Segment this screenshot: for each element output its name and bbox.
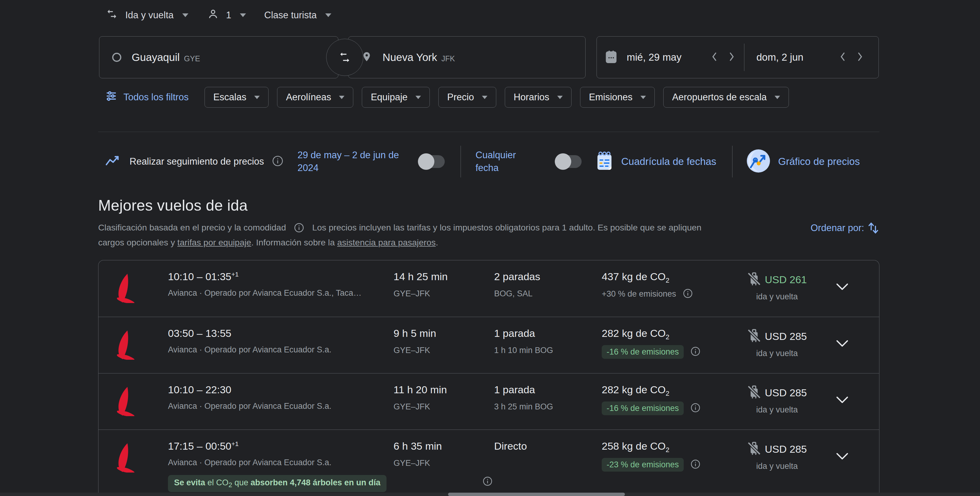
co2-amount: 437 kg de CO2 (602, 271, 670, 285)
emissions-info: -16 % de emisiones (602, 345, 700, 359)
sort-by-button[interactable]: Ordenar por: (811, 221, 880, 235)
no-baggage-icon (747, 328, 761, 345)
date-grid-button[interactable]: Cuadrícula de fechas (621, 156, 716, 167)
flight-result-row[interactable]: 10:10 – 22:30 Avianca · Operado por Avia… (99, 373, 879, 429)
co2-subscript: 2 (666, 389, 670, 397)
expand-flight-button[interactable] (836, 340, 849, 349)
emissions-change: -16 % de emisiones (602, 345, 684, 359)
airline-info: Avianca · Operado por Avianca Ecuador S.… (168, 458, 331, 467)
price-graph-icon (746, 149, 770, 174)
filter-chip-label: Equipaje (371, 92, 407, 103)
origin-code: GYE (184, 52, 200, 63)
stops-detail: 3 h 25 min BOG (494, 402, 553, 412)
swap-locations-button[interactable] (326, 39, 363, 76)
flight-duration: 9 h 5 min (393, 327, 436, 339)
depart-date-prev-button[interactable] (711, 51, 718, 63)
price-trip-type: ida y vuelta (756, 461, 798, 471)
price-tracking-label: Realizar seguimiento de precios (130, 155, 265, 168)
filter-chip[interactable]: Aeropuertos de escala (663, 87, 789, 108)
filter-chip-label: Escalas (213, 92, 247, 103)
stops-count: 2 paradas (494, 271, 540, 283)
flight-duration: 14 h 25 min (393, 271, 448, 283)
filter-chip[interactable]: Emisiones (580, 87, 655, 108)
depart-date-next-button[interactable] (728, 51, 735, 63)
expand-flight-button[interactable] (836, 283, 849, 292)
origin-city: Guayaquil (132, 51, 180, 64)
expand-flight-button[interactable] (836, 396, 849, 405)
depart-date-field[interactable]: mié, 29 may (617, 51, 742, 63)
plus-days: +1 (231, 440, 239, 447)
price-trip-type: ida y vuelta (756, 292, 798, 302)
co2-subscript: 2 (666, 446, 670, 454)
emissions-info-icon[interactable] (690, 403, 700, 414)
filter-chip-label: Horarios (514, 92, 549, 103)
cabin-class-selector[interactable]: Clase turista (255, 5, 340, 25)
no-baggage-icon (747, 385, 761, 401)
filter-chip-label: Precio (447, 92, 474, 103)
stops-count: Directo (494, 440, 527, 452)
co2-subscript: 2 (666, 333, 670, 341)
price-block: USD 285 ida y vuelta (727, 441, 827, 471)
passenger-assistance-link[interactable]: asistencia para pasajeros (337, 237, 436, 247)
emissions-info: -16 % de emisiones (602, 402, 700, 415)
flight-route: GYE–JFK (393, 458, 430, 468)
pricing-note-end: . (436, 237, 438, 247)
emissions-info-icon[interactable] (690, 459, 700, 471)
return-date-next-button[interactable] (856, 51, 863, 63)
tracked-date-range[interactable]: 29 de may – 2 de jun de 2024 (298, 149, 402, 174)
chevron-down-icon (415, 96, 421, 99)
emissions-info-icon[interactable] (690, 346, 700, 358)
any-date-label[interactable]: Cualquier fecha (476, 149, 539, 174)
filter-chip[interactable]: Escalas (205, 87, 269, 108)
passenger-count: 1 (226, 10, 231, 21)
results-title: Mejores vuelos de ida (98, 197, 248, 214)
flight-route: GYE–JFK (393, 289, 430, 299)
date-grid-icon (596, 151, 613, 172)
all-filters-button[interactable]: Todos los filtros (105, 90, 189, 105)
stops-detail: BOG, SAL (494, 289, 533, 299)
passengers-selector[interactable]: 1 (197, 5, 255, 25)
no-baggage-icon (747, 271, 761, 288)
flight-times: 17:15 – 00:50+1 (168, 440, 239, 452)
trip-type-selector[interactable]: Ida y vuelta (105, 5, 197, 25)
stops-count: 1 parada (494, 384, 535, 396)
any-date-toggle[interactable] (556, 155, 582, 168)
chevron-down-icon (240, 13, 246, 17)
filter-chip-label: Aeropuertos de escala (672, 92, 767, 103)
filter-chip[interactable]: Precio (438, 87, 496, 108)
chevron-down-icon (339, 96, 344, 99)
depart-date: mié, 29 may (627, 51, 711, 63)
eco-badge: Se evita el CO2 que absorben 4,748 árbol… (168, 475, 387, 492)
sort-by-label: Ordenar por: (811, 223, 864, 234)
flight-result-row[interactable]: 03:50 – 13:55 Avianca · Operado por Avia… (99, 317, 879, 373)
chevron-down-icon (182, 13, 188, 17)
track-dates-toggle[interactable] (419, 155, 445, 168)
emissions-info-icon[interactable] (683, 288, 693, 300)
filter-chip[interactable]: Aerolíneas (277, 87, 353, 108)
scrollbar-thumb[interactable] (448, 493, 625, 496)
origin-input[interactable]: Guayaquil GYE (99, 36, 338, 78)
co2-amount: 282 kg de CO2 (602, 384, 670, 397)
price-trip-type: ida y vuelta (756, 405, 798, 415)
eco-badge-info-icon[interactable] (482, 476, 493, 488)
return-date-prev-button[interactable] (840, 51, 846, 63)
avianca-logo (115, 443, 140, 474)
return-date-field[interactable]: dom, 2 jun (746, 51, 871, 63)
info-icon[interactable] (272, 155, 283, 168)
filter-chip[interactable]: Horarios (505, 87, 571, 108)
filter-chip[interactable]: Equipaje (362, 87, 430, 108)
flight-result-row[interactable]: 17:15 – 00:50+1 Avianca · Operado por Av… (99, 429, 879, 496)
airline-info: Avianca · Operado por Avianca Ecuador S.… (168, 402, 331, 411)
destination-code: JFK (441, 52, 455, 63)
price-graph-button[interactable]: Gráfico de precios (778, 156, 860, 167)
horizontal-scrollbar[interactable] (0, 493, 980, 496)
info-icon[interactable] (294, 223, 304, 233)
flight-result-row[interactable]: 10:10 – 01:35+1 Avianca · Operado por Av… (99, 260, 879, 317)
swap-arrows-icon (337, 51, 353, 64)
destination-input[interactable]: Nueva York JFK (348, 36, 585, 78)
plus-days: +1 (231, 271, 239, 278)
dates-divider (744, 44, 745, 71)
filter-chip-label: Aerolíneas (286, 92, 331, 103)
baggage-fees-link[interactable]: tarifas por equipaje (177, 237, 251, 247)
expand-flight-button[interactable] (836, 452, 849, 461)
